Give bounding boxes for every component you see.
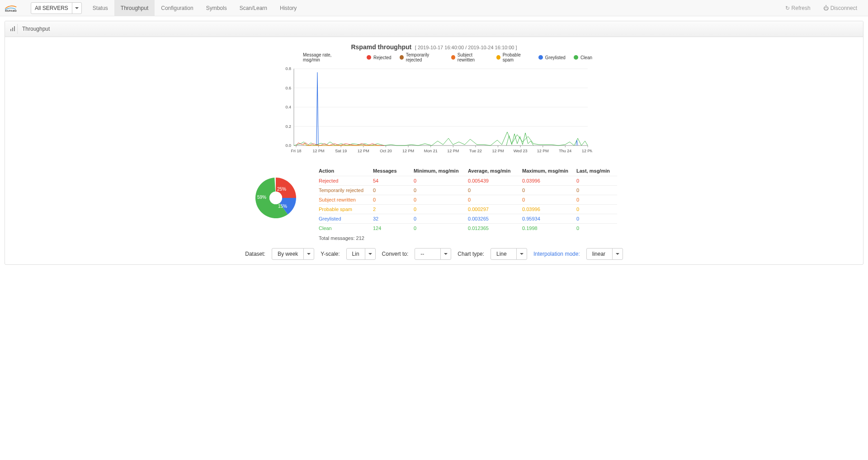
tab-scanlearn[interactable]: Scan/Learn: [233, 0, 274, 16]
legend-item[interactable]: Temporarily rejected: [400, 52, 443, 62]
svg-text:12 PM: 12 PM: [582, 149, 592, 153]
table-header: Average, msg/min: [468, 166, 522, 176]
legend-item[interactable]: Probable spam: [496, 52, 530, 62]
svg-text:0.4: 0.4: [285, 105, 291, 109]
svg-text:0.0: 0.0: [285, 143, 291, 148]
total-messages: Total messages: 212: [319, 233, 617, 241]
svg-text:0.6: 0.6: [285, 86, 291, 90]
panel-title: Throughput: [22, 26, 50, 32]
tab-status[interactable]: Status: [86, 0, 114, 16]
pie-chart: 25%15%59%: [251, 173, 301, 223]
legend-dot-icon: [574, 55, 578, 60]
legend-item[interactable]: Subject rewritten: [451, 52, 488, 62]
legend-dot-icon: [538, 55, 543, 60]
refresh-label: Refresh: [792, 5, 811, 11]
legend-dot-icon: [496, 55, 500, 60]
table-header: Last, msg/min: [576, 166, 617, 176]
table-row: Probable spam200.0002970.039960: [319, 205, 617, 214]
yscale-label: Y-scale:: [321, 251, 340, 257]
convert-select[interactable]: --: [415, 248, 451, 260]
pie-slice-label: 15%: [278, 204, 287, 209]
svg-text:Wed 23: Wed 23: [514, 149, 528, 153]
legend-dot-icon: [400, 55, 404, 60]
tab-configuration[interactable]: Configuration: [155, 0, 199, 16]
svg-text:0.8: 0.8: [285, 66, 291, 71]
table-header: Maximum, msg/min: [522, 166, 576, 176]
chevron-down-icon: [75, 7, 79, 9]
svg-text:12 PM: 12 PM: [492, 149, 504, 153]
chart-legend: Message rate, msg/min RejectedTemporaril…: [303, 52, 592, 62]
yaxis-label: Message rate, msg/min: [303, 52, 346, 62]
svg-text:12 PM: 12 PM: [402, 149, 414, 153]
dataset-label: Dataset:: [245, 251, 265, 257]
pie-slice-label: 59%: [257, 195, 266, 200]
chevron-down-icon: [616, 253, 619, 255]
top-navbar: RSPAMD All SERVERS Status Throughput Con…: [0, 0, 868, 16]
refresh-icon: [785, 5, 790, 11]
interpolation-select[interactable]: linear: [586, 248, 623, 260]
stats-table: ActionMessagesMinimum, msg/minAverage, m…: [319, 166, 617, 233]
convert-label: Convert to:: [382, 251, 409, 257]
tab-throughput[interactable]: Throughput: [114, 0, 155, 16]
chevron-down-icon: [444, 253, 448, 255]
svg-text:12 PM: 12 PM: [313, 149, 325, 153]
table-header: Minimum, msg/min: [414, 166, 468, 176]
svg-text:Fri 18: Fri 18: [291, 149, 301, 153]
svg-point-44: [269, 192, 282, 204]
power-icon: [823, 5, 829, 11]
table-row: Greylisted3200.0032650.959340: [319, 214, 617, 224]
server-selector[interactable]: All SERVERS: [31, 2, 82, 14]
interpolation-label: Interpolation mode:: [533, 251, 580, 257]
svg-text:12 PM: 12 PM: [537, 149, 549, 153]
chart-title-row: Rspamd throughput [ 2019-10-17 16:40:00 …: [351, 43, 517, 51]
chart-title: Rspamd throughput: [351, 43, 411, 51]
bar-chart-icon: [8, 24, 18, 34]
table-row: Subject rewritten00000: [319, 195, 617, 205]
svg-rect-2: [12, 28, 13, 31]
table-header: Action: [319, 166, 373, 176]
chart-controls: Dataset: By week Y-scale: Lin Convert to…: [245, 248, 623, 260]
chart-time-range: [ 2019-10-17 16:40:00 / 2019-10-24 16:10…: [415, 45, 517, 50]
pie-slice-label: 25%: [277, 187, 286, 192]
disconnect-label: Disconnect: [830, 5, 857, 11]
chevron-down-icon: [368, 253, 372, 255]
svg-text:Tue 22: Tue 22: [469, 149, 482, 153]
table-row: Rejected5400.0054390.039960: [319, 176, 617, 186]
throughput-line-chart: 0.00.20.40.60.8 Fri 1812 PMSat 1912 PMOc…: [276, 64, 592, 159]
disconnect-button[interactable]: Disconnect: [817, 5, 863, 11]
yscale-select[interactable]: Lin: [346, 248, 376, 260]
svg-text:Mon 21: Mon 21: [424, 149, 438, 153]
tab-symbols[interactable]: Symbols: [200, 0, 233, 16]
legend-item[interactable]: Greylisted: [538, 55, 566, 60]
charttype-label: Chart type:: [458, 251, 484, 257]
chevron-down-icon: [520, 253, 524, 255]
main-tabs: Status Throughput Configuration Symbols …: [86, 0, 303, 16]
svg-text:Oct 20: Oct 20: [380, 149, 392, 153]
svg-text:12 PM: 12 PM: [447, 149, 459, 153]
svg-text:0.2: 0.2: [285, 124, 291, 129]
server-selector-label: All SERVERS: [31, 5, 72, 11]
svg-rect-1: [10, 29, 11, 31]
charttype-select[interactable]: Line: [491, 248, 527, 260]
panel-heading: Throughput: [5, 21, 863, 37]
throughput-panel: Throughput Rspamd throughput [ 2019-10-1…: [5, 21, 863, 265]
svg-text:Sat 19: Sat 19: [335, 149, 347, 153]
legend-dot-icon: [451, 55, 455, 60]
legend-item[interactable]: Rejected: [367, 55, 391, 60]
table-row: Temporarily rejected00000: [319, 186, 617, 195]
svg-text:Thu 24: Thu 24: [559, 149, 571, 153]
legend-item[interactable]: Clean: [574, 55, 592, 60]
table-header: Messages: [373, 166, 414, 176]
svg-text:12 PM: 12 PM: [358, 149, 369, 153]
dataset-select[interactable]: By week: [272, 248, 314, 260]
svg-rect-3: [14, 26, 15, 31]
nav-right: Refresh Disconnect: [779, 5, 863, 11]
refresh-button[interactable]: Refresh: [779, 5, 817, 11]
app-logo: RSPAMD: [5, 3, 27, 14]
svg-text:RSPAMD: RSPAMD: [5, 9, 17, 12]
tab-history[interactable]: History: [274, 0, 303, 16]
table-row: Clean12400.0123650.19980: [319, 224, 617, 233]
legend-dot-icon: [367, 55, 371, 60]
server-selector-caret[interactable]: [72, 3, 81, 14]
chevron-down-icon: [307, 253, 311, 255]
